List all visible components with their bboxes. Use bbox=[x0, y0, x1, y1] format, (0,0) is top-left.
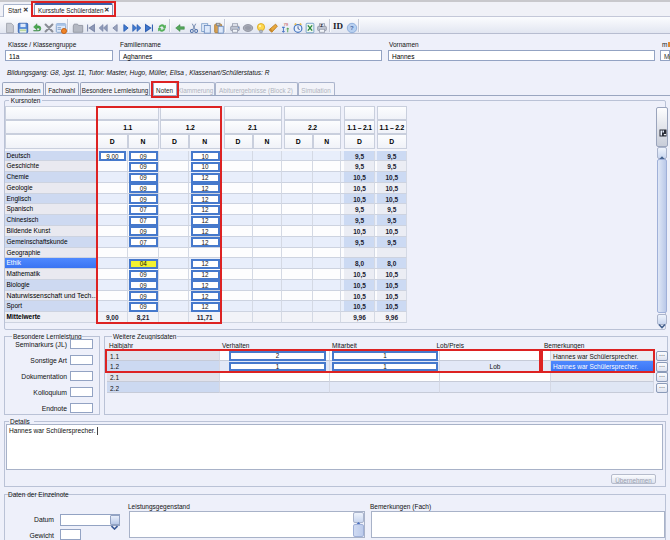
svg-text:z: z bbox=[320, 22, 323, 28]
svg-text:79: 79 bbox=[283, 22, 288, 27]
svg-text:?: ? bbox=[350, 25, 354, 31]
